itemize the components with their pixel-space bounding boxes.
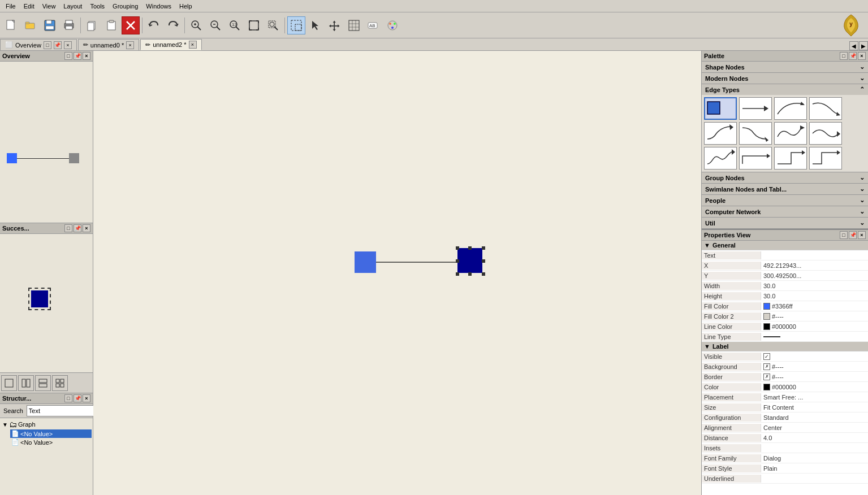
props-label-collapse[interactable]: ▼ xyxy=(704,343,710,350)
tab-overview-menu[interactable]: □ xyxy=(44,41,51,49)
props-general-collapse[interactable]: ▼ xyxy=(704,242,710,249)
menu-file[interactable]: File xyxy=(2,2,19,11)
grid-button[interactable] xyxy=(345,16,363,34)
edge-icon-box[interactable] xyxy=(704,97,737,120)
border-checkbox[interactable]: ✗ xyxy=(763,374,770,380)
cursor-button[interactable] xyxy=(306,16,325,34)
label-button[interactable]: AB xyxy=(364,16,382,34)
props-value-x[interactable]: 492.212943... xyxy=(761,262,868,270)
select-button[interactable] xyxy=(287,16,305,34)
props-value-text[interactable] xyxy=(761,255,868,256)
props-pin-btn[interactable]: 📌 xyxy=(849,231,857,239)
paste-button[interactable] xyxy=(102,16,120,34)
structure-restore-btn[interactable]: □ xyxy=(64,394,72,402)
redo-button[interactable] xyxy=(164,16,182,34)
zoom-in-button[interactable] xyxy=(187,16,205,34)
props-value-linecolor[interactable]: #000000 xyxy=(761,323,868,331)
props-general-header[interactable]: ▼ General xyxy=(702,241,868,250)
props-label-header[interactable]: ▼ Label xyxy=(702,342,868,351)
tab-nav-right[interactable]: ▶ xyxy=(859,41,868,50)
edge-icon-curve1[interactable] xyxy=(774,97,807,120)
props-value-y[interactable]: 300.492500... xyxy=(761,272,868,280)
tab-unnamed0[interactable]: ✏ unnamed0 * × xyxy=(78,39,139,50)
tree-item-value1[interactable]: 📄 <No Value> xyxy=(10,429,92,438)
move-button[interactable] xyxy=(326,16,344,34)
props-value-color[interactable]: #000000 xyxy=(761,383,868,391)
menu-tools[interactable]: Tools xyxy=(87,2,108,11)
palette-swimlane-header[interactable]: Swimlane Nodes and Tabl... ⌄ xyxy=(702,184,868,194)
open-button[interactable] xyxy=(21,16,40,34)
edge-icon-scurve1[interactable] xyxy=(704,122,737,145)
props-value-alignment[interactable]: Center xyxy=(761,424,868,432)
tree-item-value2[interactable]: 📄 <No Value> xyxy=(10,438,92,446)
props-value-background[interactable]: ✗ #---- xyxy=(761,363,868,371)
menu-edit[interactable]: Edit xyxy=(20,2,38,11)
delete-button[interactable] xyxy=(122,16,140,34)
menu-view[interactable]: View xyxy=(39,2,59,11)
palette-computer-network-header[interactable]: Computer Network ⌄ xyxy=(702,206,868,217)
success-pin-btn[interactable]: 📌 xyxy=(74,224,81,232)
props-value-fontfamily[interactable]: Dialog xyxy=(761,454,868,462)
palette-shape-nodes-header[interactable]: Shape Nodes ⌄ xyxy=(702,62,868,72)
canvas-area[interactable] xyxy=(93,51,701,495)
props-value-border[interactable]: ✗ #---- xyxy=(761,373,868,381)
menu-grouping[interactable]: Grouping xyxy=(109,2,141,11)
icon-btn-1[interactable] xyxy=(1,375,17,391)
edge-icon-swave[interactable] xyxy=(704,147,737,170)
props-value-fontstyle[interactable]: Plain xyxy=(761,464,868,472)
edge-icon-wave1[interactable] xyxy=(774,122,807,145)
bg-checkbox[interactable]: ✗ xyxy=(763,363,770,370)
overview-pin-btn[interactable]: 📌 xyxy=(74,52,81,60)
props-value-distance[interactable]: 4.0 xyxy=(761,434,868,442)
print-button[interactable] xyxy=(60,16,78,34)
props-restore-btn[interactable]: □ xyxy=(840,231,848,239)
tab-overview[interactable]: ⬜ Overview □ 📌 × xyxy=(0,39,77,50)
menu-layout[interactable]: Layout xyxy=(60,2,85,11)
edge-icon-scurve2[interactable] xyxy=(739,122,772,145)
fit-page-button[interactable] xyxy=(245,16,263,34)
structure-pin-btn[interactable]: 📌 xyxy=(74,394,81,402)
canvas-node-1[interactable] xyxy=(355,251,376,273)
success-close-btn[interactable]: × xyxy=(83,224,90,232)
overview-close-btn[interactable]: × xyxy=(83,52,90,60)
palette-button[interactable] xyxy=(383,16,401,34)
edge-icon-step2[interactable] xyxy=(774,147,807,170)
palette-people-header[interactable]: People ⌄ xyxy=(702,195,868,206)
tab-unnamed2-close[interactable]: × xyxy=(189,41,197,49)
icon-btn-2[interactable] xyxy=(18,375,34,391)
palette-edge-types-header[interactable]: Edge Types ⌃ xyxy=(702,84,868,95)
zoom-out-button[interactable] xyxy=(206,16,224,34)
props-close-btn[interactable]: × xyxy=(858,231,866,239)
props-value-placement[interactable]: Smart Free: ... xyxy=(761,393,868,401)
props-value-underlined[interactable] xyxy=(761,478,868,479)
edge-icon-step1[interactable] xyxy=(739,147,772,170)
edge-icon-wave2[interactable] xyxy=(809,122,842,145)
props-value-fill[interactable]: #3366ff xyxy=(761,302,868,310)
tab-unnamed0-close[interactable]: × xyxy=(126,41,134,49)
palette-close-btn[interactable]: × xyxy=(858,52,866,60)
props-value-config[interactable]: Standard xyxy=(761,414,868,422)
zoom-num-button[interactable]: 13 xyxy=(226,16,244,34)
palette-group-nodes-header[interactable]: Group Nodes ⌄ xyxy=(702,172,868,183)
icon-btn-3[interactable] xyxy=(35,375,51,391)
props-value-insets[interactable] xyxy=(761,448,868,449)
menu-help[interactable]: Help xyxy=(176,2,196,11)
palette-modern-nodes-header[interactable]: Modern Nodes ⌄ xyxy=(702,73,868,84)
palette-pin-btn[interactable]: 📌 xyxy=(849,52,857,60)
structure-close-btn[interactable]: × xyxy=(83,394,90,402)
success-restore-btn[interactable]: □ xyxy=(64,224,72,232)
palette-restore-btn[interactable]: □ xyxy=(840,52,848,60)
undo-button[interactable] xyxy=(145,16,163,34)
props-value-linetype[interactable] xyxy=(761,336,868,338)
edge-icon-arrow1[interactable] xyxy=(739,97,772,120)
edge-icon-step3[interactable] xyxy=(809,147,842,170)
tree-expand-graph[interactable]: ▼ xyxy=(2,422,8,428)
edge-icon-curve2[interactable] xyxy=(809,97,842,120)
props-value-height[interactable]: 30.0 xyxy=(761,292,868,300)
tree-item-graph[interactable]: ▼ 🗂 Graph xyxy=(1,419,92,429)
palette-util-header[interactable]: Util ⌄ xyxy=(702,218,868,228)
props-value-visible[interactable]: ✓ xyxy=(761,353,868,361)
tab-nav-left[interactable]: ◀ xyxy=(849,41,858,50)
visible-checkbox[interactable]: ✓ xyxy=(763,353,770,360)
save-button[interactable] xyxy=(41,16,59,34)
